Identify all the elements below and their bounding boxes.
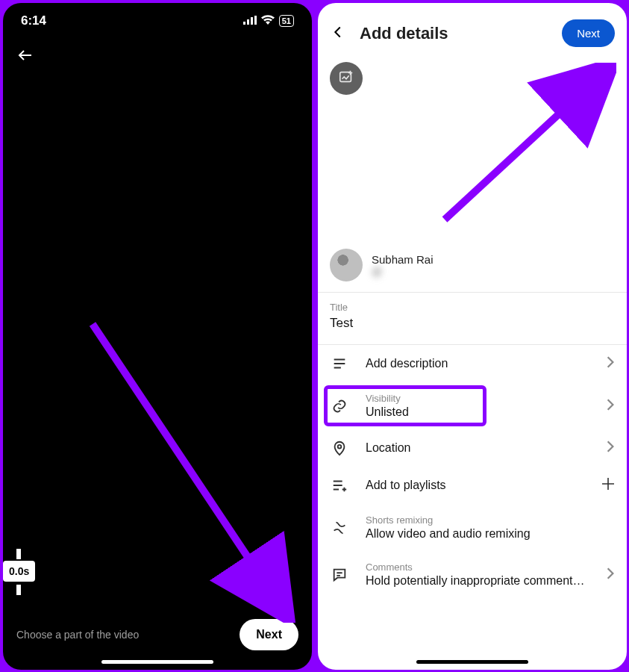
svg-rect-2 [251, 17, 253, 25]
description-icon [330, 355, 349, 372]
next-button[interactable]: Next [562, 19, 615, 47]
option-remix[interactable]: Shorts remixing Allow video and audio re… [318, 504, 627, 551]
header: Add details Next [318, 3, 627, 55]
back-arrow-icon[interactable] [16, 54, 34, 66]
option-location[interactable]: Location [318, 429, 627, 467]
battery-icon: 51 [279, 15, 294, 27]
status-right: 51 [243, 13, 294, 28]
trim-tick [16, 549, 21, 559]
option-visibility[interactable]: Visibility Unlisted [318, 382, 627, 429]
nav-back-row [3, 28, 312, 67]
footer-hint: Choose a part of the video [16, 629, 139, 641]
title-field[interactable]: Title Test [318, 293, 627, 344]
option-comments[interactable]: Comments Hold potentially inappropriate … [318, 551, 627, 598]
page-title: Add details [360, 24, 448, 43]
phone-right-details-screen: Add details Next Subham Rai @ Title Test… [318, 3, 627, 670]
annotation-arrow [430, 63, 616, 234]
wifi-icon [261, 13, 275, 28]
svg-line-4 [93, 324, 272, 593]
profile-handle: @ [372, 266, 434, 278]
option-sublabel: Shorts remixing [366, 514, 615, 526]
plus-icon [601, 477, 615, 494]
option-label: Add to playlists [366, 479, 585, 492]
annotation-highlight [324, 385, 486, 426]
trim-tick [16, 585, 21, 595]
option-sublabel: Comments [366, 561, 589, 573]
status-time: 6:14 [21, 13, 46, 28]
avatar [330, 249, 363, 281]
playlist-add-icon [330, 477, 349, 494]
option-value: Hold potentially inappropriate comments … [366, 574, 589, 588]
chevron-right-icon [606, 398, 615, 414]
svg-rect-1 [247, 19, 249, 25]
phone-left-trim-screen: 6:14 51 0.0s Choose a part of the video … [3, 3, 312, 670]
svg-point-6 [338, 445, 342, 449]
chevron-right-icon [606, 355, 615, 372]
thumbnail-placeholder-button[interactable] [330, 62, 363, 95]
image-add-icon [338, 69, 354, 88]
location-icon [330, 440, 349, 456]
title-label: Title [330, 302, 615, 313]
cellular-icon [243, 13, 257, 28]
chevron-right-icon [606, 440, 615, 456]
svg-rect-3 [254, 16, 257, 25]
profile-row: Subham Rai @ [318, 240, 627, 292]
svg-rect-5 [340, 72, 351, 82]
status-bar: 6:14 51 [3, 3, 312, 28]
next-button[interactable]: Next [240, 619, 298, 650]
svg-rect-0 [243, 22, 245, 25]
option-label: Location [366, 441, 589, 455]
home-indicator [101, 660, 213, 664]
option-playlists[interactable]: Add to playlists [318, 467, 627, 504]
timecode-handle[interactable]: 0.0s [3, 561, 35, 582]
option-description[interactable]: Add description [318, 345, 627, 382]
chevron-right-icon [606, 567, 615, 583]
title-value: Test [330, 316, 615, 331]
home-indicator [416, 660, 528, 664]
remix-icon [330, 520, 349, 536]
option-value: Allow video and audio remixing [366, 527, 615, 541]
annotation-arrow [85, 317, 301, 623]
comments-icon [330, 567, 349, 583]
svg-line-7 [445, 85, 590, 220]
profile-name: Subham Rai [372, 253, 434, 266]
back-icon[interactable] [330, 24, 346, 43]
option-label: Add description [366, 357, 589, 370]
